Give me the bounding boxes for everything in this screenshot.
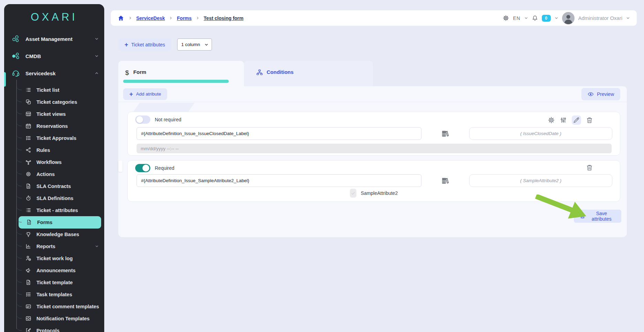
eye-icon xyxy=(588,91,594,97)
chevron-up-icon xyxy=(95,71,99,75)
translations-books-icon[interactable] xyxy=(441,130,449,137)
checklist-icon xyxy=(25,135,31,141)
servicedesk-submenu: Ticket list Ticket categories Ticket vie… xyxy=(4,84,104,332)
notifications-bell-icon[interactable] xyxy=(532,15,538,21)
translations-books-icon[interactable] xyxy=(441,177,449,185)
attribute-actions xyxy=(586,164,593,171)
drag-handle-notch xyxy=(118,161,122,172)
sidebar-item-label: Actions xyxy=(36,171,55,177)
sidebar-item-label: SLA Definitions xyxy=(36,196,73,201)
settings-gear-icon[interactable] xyxy=(503,15,509,21)
sidebar-item-label: Reports xyxy=(36,244,55,249)
attribute-name-field[interactable]: ( IssueClosedDate ) xyxy=(469,127,612,140)
cmdb-icon xyxy=(12,52,20,60)
attribute-label-input[interactable] xyxy=(137,127,421,140)
headset-icon xyxy=(12,69,20,77)
gear-icon[interactable] xyxy=(548,117,555,124)
document-icon xyxy=(25,279,31,285)
inbox-icon xyxy=(25,316,31,321)
doc-edit-icon xyxy=(25,328,31,332)
list-icon xyxy=(25,207,31,213)
chevron-down-icon[interactable] xyxy=(555,16,558,20)
columns-select[interactable]: 1 column xyxy=(177,38,212,51)
stopwatch-icon xyxy=(25,195,31,201)
sidebar-item-label: Ticket views xyxy=(36,111,66,117)
sidebar-item-cmdb[interactable]: CMDB xyxy=(4,47,104,65)
ticket-attributes-button[interactable]: + Ticket attributes xyxy=(118,38,171,51)
sliders-icon[interactable] xyxy=(560,117,567,124)
checkbox-label: SampleAttribute2 xyxy=(361,190,398,196)
trash-icon[interactable] xyxy=(586,164,593,171)
required-toggle[interactable] xyxy=(135,164,150,172)
required-toggle-label: Not required xyxy=(155,117,181,122)
user-clock-icon xyxy=(25,255,31,261)
sidebar-item-label: Ticket Approvals xyxy=(36,135,76,141)
calendar-icon xyxy=(25,123,31,129)
form-dollar-icon: $ xyxy=(125,69,129,77)
breadcrumb-bar: ServiceDesk Forms Test closing form EN 0… xyxy=(111,10,637,26)
sidebar-item-protocols[interactable]: Protocols xyxy=(4,324,104,332)
sidebar-item-label: Ticket template xyxy=(36,280,73,285)
add-attribute-button[interactable]: + Add atribute xyxy=(123,88,167,100)
breadcrumb: ServiceDesk Forms Test closing form xyxy=(118,15,244,21)
sidebar-item-label: Rules xyxy=(36,147,50,153)
language-label[interactable]: EN xyxy=(513,15,520,21)
notification-count-badge[interactable]: 0 xyxy=(542,15,551,22)
columns-select-value: 1 column xyxy=(181,42,200,47)
datetime-value-input[interactable]: mm/dd/yyyy --:-- -- xyxy=(137,144,612,153)
sidebar-item-asset-management[interactable]: Asset Management xyxy=(4,30,104,47)
tab-conditions[interactable]: Conditions xyxy=(244,61,373,86)
save-attributes-label: Save attributes xyxy=(588,211,615,222)
panel-header: + Add atribute Preview xyxy=(118,86,627,102)
bulb-icon xyxy=(25,231,31,237)
app-root: OXARI Asset Management CMDB Servicedesk … xyxy=(0,0,644,332)
sidebar-item-label: Knowledge Bases xyxy=(36,232,79,237)
sidebar-item-label: Servicedesk xyxy=(25,70,56,76)
sidebar-item-label: Announcements xyxy=(36,268,76,273)
attribute-label-input[interactable] xyxy=(137,174,421,187)
sidebar-item-label: Protocols xyxy=(36,328,60,332)
sidebar-item-label: Workflows xyxy=(36,159,62,165)
sample-checkbox[interactable] xyxy=(350,189,356,198)
attribute-actions xyxy=(548,115,593,125)
sidebar-item-label: Ticket work log xyxy=(36,256,73,261)
home-icon[interactable] xyxy=(118,15,124,21)
attribute-name-field[interactable]: ( SampleAttribute2 ) xyxy=(469,174,612,187)
checkbox-row: SampleAttribute2 xyxy=(128,189,620,198)
attribute-card-sampleattribute2: Required ( SampleAttribute2 ) SampleAttr… xyxy=(127,160,620,202)
sidebar-item-label: Ticket list xyxy=(36,87,60,93)
breadcrumb-link-servicedesk[interactable]: ServiceDesk xyxy=(136,15,165,21)
avatar[interactable] xyxy=(562,12,575,24)
tab-form[interactable]: $ Form xyxy=(118,61,244,86)
plus-icon: + xyxy=(129,91,133,97)
sidebar-item-label: Ticket categories xyxy=(36,99,77,105)
preview-button[interactable]: Preview xyxy=(581,88,620,100)
sidebar-item-label: Notification Templates xyxy=(36,316,89,321)
megaphone-icon xyxy=(25,267,31,273)
check-icon xyxy=(351,191,355,196)
sidebar-item-label: Reservations xyxy=(36,123,68,129)
chevron-down-icon[interactable] xyxy=(524,16,528,20)
checklist-icon xyxy=(25,291,31,297)
chevron-down-icon[interactable] xyxy=(626,16,630,20)
tab-form-label: Form xyxy=(133,69,147,75)
form-builder-panel: + Add atribute Preview Not required xyxy=(118,86,627,237)
sidebar-item-servicedesk[interactable]: Servicedesk xyxy=(4,65,104,82)
user-name: Administrator Oxari xyxy=(578,15,622,21)
breadcrumb-link-forms[interactable]: Forms xyxy=(177,15,192,21)
chevron-right-icon xyxy=(196,16,200,20)
breadcrumb-current: Test closing form xyxy=(204,15,244,21)
required-toggle[interactable] xyxy=(135,115,150,124)
required-toggle-label: Required xyxy=(155,165,174,171)
chart-icon xyxy=(25,243,31,249)
nodes-icon xyxy=(25,159,31,165)
document-icon xyxy=(26,219,32,225)
attribute-card-issueclosed-date: Not required ( IssueClosedDate ) mm/dd/y… xyxy=(127,112,620,156)
edit-pencil-button[interactable] xyxy=(572,115,581,125)
chevron-down-icon xyxy=(204,43,208,47)
active-tab-indicator xyxy=(123,80,229,83)
trash-icon[interactable] xyxy=(586,117,593,124)
save-attributes-button[interactable]: Save attributes xyxy=(574,210,621,223)
hexagons-icon xyxy=(12,35,20,43)
sidebar: OXARI Asset Management CMDB Servicedesk … xyxy=(4,4,104,332)
